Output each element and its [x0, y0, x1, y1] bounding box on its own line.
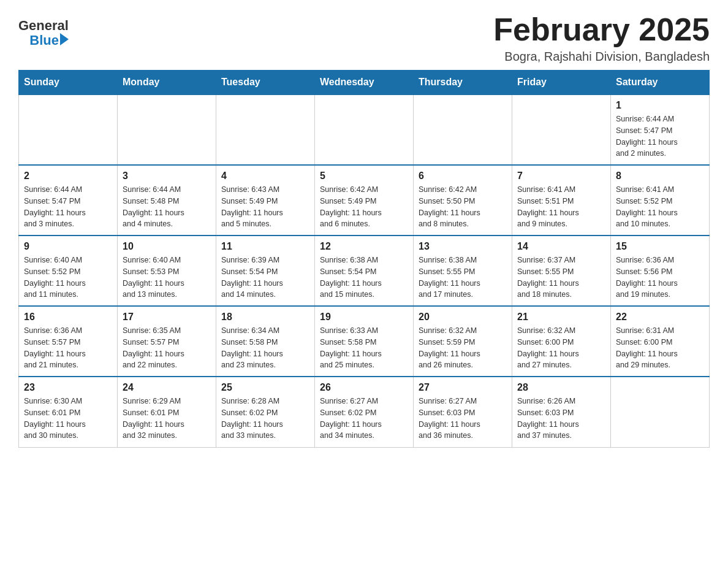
day-info: Sunrise: 6:29 AM Sunset: 6:01 PM Dayligh…	[123, 397, 184, 440]
calendar-day-1: 1Sunrise: 6:44 AM Sunset: 5:47 PM Daylig…	[611, 94, 710, 165]
day-info: Sunrise: 6:41 AM Sunset: 5:51 PM Dayligh…	[517, 185, 579, 228]
calendar-day-14: 14Sunrise: 6:37 AM Sunset: 5:55 PM Dayli…	[512, 236, 611, 306]
calendar-day-12: 12Sunrise: 6:38 AM Sunset: 5:54 PM Dayli…	[315, 236, 414, 306]
day-info: Sunrise: 6:44 AM Sunset: 5:48 PM Dayligh…	[123, 185, 184, 228]
calendar-day-15: 15Sunrise: 6:36 AM Sunset: 5:56 PM Dayli…	[611, 236, 710, 306]
day-info: Sunrise: 6:33 AM Sunset: 5:58 PM Dayligh…	[320, 326, 382, 369]
day-number: 26	[320, 382, 408, 393]
calendar-week-4: 16Sunrise: 6:36 AM Sunset: 5:57 PM Dayli…	[19, 306, 710, 377]
day-number: 17	[123, 312, 211, 323]
calendar-table: SundayMondayTuesdayWednesdayThursdayFrid…	[18, 70, 710, 448]
day-info: Sunrise: 6:39 AM Sunset: 5:54 PM Dayligh…	[221, 256, 283, 299]
calendar-day-25: 25Sunrise: 6:28 AM Sunset: 6:02 PM Dayli…	[216, 377, 315, 447]
day-info: Sunrise: 6:42 AM Sunset: 5:49 PM Dayligh…	[320, 185, 382, 228]
calendar-day-21: 21Sunrise: 6:32 AM Sunset: 6:00 PM Dayli…	[512, 306, 611, 377]
header: General Blue February 2025 Bogra, Rajsha…	[18, 12, 710, 64]
calendar-day-8: 8Sunrise: 6:41 AM Sunset: 5:52 PM Daylig…	[611, 165, 710, 236]
empty-cell	[315, 94, 414, 165]
calendar-day-11: 11Sunrise: 6:39 AM Sunset: 5:54 PM Dayli…	[216, 236, 315, 306]
calendar-day-2: 2Sunrise: 6:44 AM Sunset: 5:47 PM Daylig…	[19, 165, 118, 236]
day-number: 5	[320, 170, 408, 182]
calendar-day-27: 27Sunrise: 6:27 AM Sunset: 6:03 PM Dayli…	[414, 377, 512, 447]
calendar-day-24: 24Sunrise: 6:29 AM Sunset: 6:01 PM Dayli…	[118, 377, 216, 447]
day-info: Sunrise: 6:36 AM Sunset: 5:57 PM Dayligh…	[24, 326, 86, 369]
day-info: Sunrise: 6:42 AM Sunset: 5:50 PM Dayligh…	[419, 185, 480, 228]
calendar-week-2: 2Sunrise: 6:44 AM Sunset: 5:47 PM Daylig…	[19, 165, 710, 236]
day-number: 6	[419, 170, 507, 182]
title-area: February 2025 Bogra, Rajshahi Division, …	[493, 12, 710, 64]
calendar-day-26: 26Sunrise: 6:27 AM Sunset: 6:02 PM Dayli…	[315, 377, 414, 447]
day-info: Sunrise: 6:27 AM Sunset: 6:03 PM Dayligh…	[419, 397, 480, 440]
calendar-day-10: 10Sunrise: 6:40 AM Sunset: 5:53 PM Dayli…	[118, 236, 216, 306]
col-header-saturday: Saturday	[611, 71, 710, 95]
logo-triangle-icon	[60, 33, 69, 45]
day-number: 14	[517, 241, 605, 252]
day-info: Sunrise: 6:43 AM Sunset: 5:49 PM Dayligh…	[221, 185, 283, 228]
day-number: 27	[419, 382, 507, 393]
empty-cell	[512, 94, 611, 165]
col-header-monday: Monday	[118, 71, 216, 95]
day-info: Sunrise: 6:34 AM Sunset: 5:58 PM Dayligh…	[221, 326, 283, 369]
calendar-day-20: 20Sunrise: 6:32 AM Sunset: 5:59 PM Dayli…	[414, 306, 512, 377]
subtitle: Bogra, Rajshahi Division, Bangladesh	[493, 50, 710, 64]
col-header-friday: Friday	[512, 71, 611, 95]
empty-cell	[414, 94, 512, 165]
calendar-day-16: 16Sunrise: 6:36 AM Sunset: 5:57 PM Dayli…	[19, 306, 118, 377]
calendar-day-23: 23Sunrise: 6:30 AM Sunset: 6:01 PM Dayli…	[19, 377, 118, 447]
calendar-day-4: 4Sunrise: 6:43 AM Sunset: 5:49 PM Daylig…	[216, 165, 315, 236]
day-number: 16	[24, 312, 112, 323]
calendar-week-1: 1Sunrise: 6:44 AM Sunset: 5:47 PM Daylig…	[19, 94, 710, 165]
calendar-day-7: 7Sunrise: 6:41 AM Sunset: 5:51 PM Daylig…	[512, 165, 611, 236]
col-header-tuesday: Tuesday	[216, 71, 315, 95]
main-title: February 2025	[493, 12, 710, 47]
day-info: Sunrise: 6:44 AM Sunset: 5:47 PM Dayligh…	[616, 115, 678, 158]
day-info: Sunrise: 6:38 AM Sunset: 5:55 PM Dayligh…	[419, 256, 480, 299]
calendar-day-22: 22Sunrise: 6:31 AM Sunset: 6:00 PM Dayli…	[611, 306, 710, 377]
day-number: 8	[616, 170, 704, 182]
day-number: 13	[419, 241, 507, 252]
day-info: Sunrise: 6:30 AM Sunset: 6:01 PM Dayligh…	[24, 397, 86, 440]
empty-cell	[19, 94, 118, 165]
day-info: Sunrise: 6:27 AM Sunset: 6:02 PM Dayligh…	[320, 397, 382, 440]
day-number: 11	[221, 241, 309, 252]
col-header-thursday: Thursday	[414, 71, 512, 95]
day-number: 25	[221, 382, 309, 393]
day-info: Sunrise: 6:28 AM Sunset: 6:02 PM Dayligh…	[221, 397, 283, 440]
calendar-week-3: 9Sunrise: 6:40 AM Sunset: 5:52 PM Daylig…	[19, 236, 710, 306]
day-info: Sunrise: 6:40 AM Sunset: 5:52 PM Dayligh…	[24, 256, 86, 299]
day-number: 28	[517, 382, 605, 393]
calendar-day-28: 28Sunrise: 6:26 AM Sunset: 6:03 PM Dayli…	[512, 377, 611, 447]
day-number: 21	[517, 312, 605, 323]
calendar-day-13: 13Sunrise: 6:38 AM Sunset: 5:55 PM Dayli…	[414, 236, 512, 306]
day-number: 7	[517, 170, 605, 182]
calendar-day-19: 19Sunrise: 6:33 AM Sunset: 5:58 PM Dayli…	[315, 306, 414, 377]
day-number: 9	[24, 241, 112, 252]
day-number: 2	[24, 170, 112, 182]
col-header-sunday: Sunday	[19, 71, 118, 95]
day-number: 22	[616, 312, 704, 323]
day-number: 3	[123, 170, 211, 182]
day-info: Sunrise: 6:37 AM Sunset: 5:55 PM Dayligh…	[517, 256, 579, 299]
day-info: Sunrise: 6:35 AM Sunset: 5:57 PM Dayligh…	[123, 326, 184, 369]
day-info: Sunrise: 6:26 AM Sunset: 6:03 PM Dayligh…	[517, 397, 579, 440]
day-info: Sunrise: 6:32 AM Sunset: 5:59 PM Dayligh…	[419, 326, 480, 369]
day-info: Sunrise: 6:44 AM Sunset: 5:47 PM Dayligh…	[24, 185, 86, 228]
calendar-day-9: 9Sunrise: 6:40 AM Sunset: 5:52 PM Daylig…	[19, 236, 118, 306]
day-number: 20	[419, 312, 507, 323]
calendar-week-5: 23Sunrise: 6:30 AM Sunset: 6:01 PM Dayli…	[19, 377, 710, 447]
day-info: Sunrise: 6:32 AM Sunset: 6:00 PM Dayligh…	[517, 326, 579, 369]
day-info: Sunrise: 6:31 AM Sunset: 6:00 PM Dayligh…	[616, 326, 678, 369]
day-number: 10	[123, 241, 211, 252]
day-number: 24	[123, 382, 211, 393]
logo: General Blue	[18, 18, 69, 48]
calendar-day-17: 17Sunrise: 6:35 AM Sunset: 5:57 PM Dayli…	[118, 306, 216, 377]
day-info: Sunrise: 6:41 AM Sunset: 5:52 PM Dayligh…	[616, 185, 678, 228]
day-number: 4	[221, 170, 309, 182]
day-number: 23	[24, 382, 112, 393]
calendar-day-3: 3Sunrise: 6:44 AM Sunset: 5:48 PM Daylig…	[118, 165, 216, 236]
day-info: Sunrise: 6:36 AM Sunset: 5:56 PM Dayligh…	[616, 256, 678, 299]
day-number: 15	[616, 241, 704, 252]
calendar-header-row: SundayMondayTuesdayWednesdayThursdayFrid…	[19, 71, 710, 95]
calendar-day-5: 5Sunrise: 6:42 AM Sunset: 5:49 PM Daylig…	[315, 165, 414, 236]
day-number: 18	[221, 312, 309, 323]
